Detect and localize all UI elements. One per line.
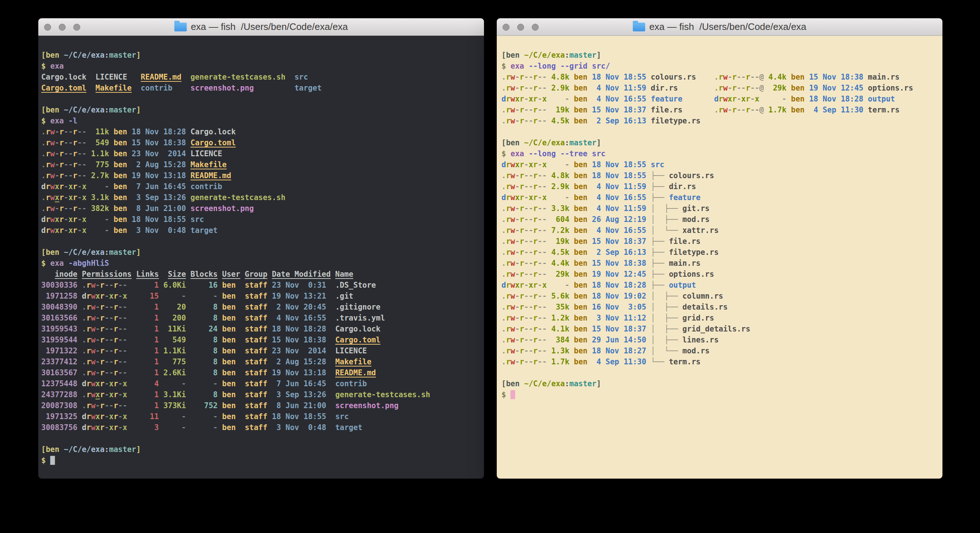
text-segment: 18 Nov 18:55	[132, 215, 186, 224]
text-segment: -	[64, 215, 68, 224]
text-segment	[326, 314, 335, 322]
text-segment: Blocks	[190, 270, 217, 279]
text-segment: -	[95, 324, 100, 333]
text-segment: master	[109, 51, 136, 59]
text-segment: --long	[528, 149, 555, 158]
zoom-button[interactable]	[73, 24, 80, 31]
text-segment: r	[520, 160, 524, 169]
text-segment: -	[538, 259, 542, 268]
text-segment: .	[501, 248, 506, 257]
text-segment: .	[714, 105, 719, 114]
window-titlebar[interactable]: exa — fish /Users/ben/Code/exa/exa	[38, 18, 484, 36]
text-segment: -	[118, 281, 123, 289]
text-segment: -	[77, 128, 82, 136]
text-segment: 30048390	[41, 303, 77, 311]
text-segment	[186, 401, 190, 410]
text-segment	[764, 84, 768, 93]
terminal-content[interactable]: [ben ~/C/e/exa:master]$ exaCargo.lock LI…	[38, 36, 484, 479]
text-segment: --grid	[560, 62, 587, 70]
text-segment: w	[91, 281, 95, 289]
text-segment: term.rs	[868, 105, 900, 114]
terminal-line: .rw-r--r-- 1.1k ben 23 Nov 2014 LICENCE	[41, 148, 481, 159]
text-segment	[86, 193, 91, 202]
text-segment: .	[41, 149, 46, 158]
window-titlebar[interactable]: exa — fish /Users/ben/Code/exa/exa	[497, 18, 942, 36]
text-segment: -	[515, 259, 519, 268]
close-button[interactable]	[503, 24, 509, 31]
terminal-line: $ █	[501, 389, 940, 400]
text-segment: -	[123, 369, 127, 377]
text-segment: ben	[222, 335, 235, 344]
text-segment: 15 Nov 18:38	[809, 73, 863, 81]
text-segment: 29k	[551, 270, 570, 279]
text-segment: -	[82, 149, 86, 158]
text-segment: r	[506, 237, 510, 246]
text-segment	[86, 215, 91, 224]
terminal-line: drwxr-xr-x - ben 18 Nov 18:28 ├── output	[501, 280, 940, 290]
text-segment	[218, 346, 222, 355]
text-segment: -	[109, 335, 113, 344]
text-segment: r	[506, 335, 510, 344]
text-segment: x	[528, 160, 533, 169]
text-segment: r	[86, 303, 91, 311]
text-segment: ben	[113, 160, 127, 169]
terminal-line: drwxr-xr-x - ben 3 Nov 0:48 target	[41, 225, 481, 236]
text-segment	[267, 369, 272, 377]
text-segment: filetype.rs	[651, 116, 700, 125]
text-segment	[77, 369, 82, 377]
text-segment: ├──	[651, 193, 669, 202]
text-segment: w	[91, 423, 95, 432]
text-segment: ben	[222, 303, 235, 311]
window-title-group: exa — fish /Users/ben/Code/exa/exa	[633, 21, 807, 32]
text-segment: ben	[574, 182, 587, 191]
text-segment: ben	[574, 105, 587, 114]
minimize-button[interactable]	[59, 24, 66, 31]
text-segment: r	[73, 182, 77, 191]
text-segment: r	[533, 116, 538, 125]
text-segment: x	[528, 281, 533, 289]
text-segment	[77, 401, 82, 410]
text-segment	[127, 193, 132, 202]
text-segment: r	[113, 379, 118, 388]
text-segment: │ ├──	[651, 292, 682, 300]
text-segment: -	[538, 314, 542, 322]
text-segment: exa	[50, 116, 64, 125]
text-segment	[570, 105, 574, 114]
text-segment: -	[95, 303, 100, 311]
terminal-content[interactable]: [ben ~/C/e/exa:master]$ exa --long --gri…	[497, 36, 942, 479]
text-segment	[759, 94, 768, 103]
text-segment: Cargo.lock	[335, 324, 380, 333]
zoom-button[interactable]	[532, 24, 539, 31]
text-segment: -	[528, 248, 533, 257]
text-segment: -	[538, 215, 542, 224]
text-segment: -	[524, 204, 528, 213]
text-segment: w	[511, 182, 515, 191]
text-segment	[186, 171, 190, 180]
text-segment	[326, 423, 335, 432]
text-segment	[186, 215, 190, 224]
text-segment	[547, 171, 551, 180]
terminal-line: $ exa -l	[41, 115, 481, 126]
text-segment: -	[123, 303, 127, 311]
text-segment: -	[528, 182, 533, 191]
text-segment: -	[524, 248, 528, 257]
text-segment	[235, 412, 245, 421]
text-segment: r	[59, 138, 64, 147]
minimize-button[interactable]	[517, 24, 524, 31]
text-segment: 18 Nov 18:55	[592, 171, 646, 180]
text-segment: ~/C/e/exa	[524, 51, 565, 59]
terminal-line: .rw-r--r-- 2.7k ben 19 Nov 13:18 README.…	[41, 170, 481, 181]
text-segment: 1.1k	[91, 149, 109, 158]
text-segment: .	[501, 292, 506, 300]
text-segment: inode	[55, 270, 77, 279]
terminal-line: .rw-r--r-- 4.8k ben 18 Nov 18:55 colours…	[501, 72, 940, 83]
text-segment: 23 Nov 2014	[272, 346, 326, 355]
text-segment: -	[728, 73, 732, 81]
text-segment	[547, 335, 551, 344]
text-segment: staff	[245, 390, 267, 399]
window-title: exa — fish /Users/ben/Code/exa/exa	[649, 21, 807, 32]
text-segment: -	[524, 259, 528, 268]
text-segment: -	[163, 379, 186, 388]
text-segment	[587, 237, 592, 246]
close-button[interactable]	[44, 24, 51, 31]
